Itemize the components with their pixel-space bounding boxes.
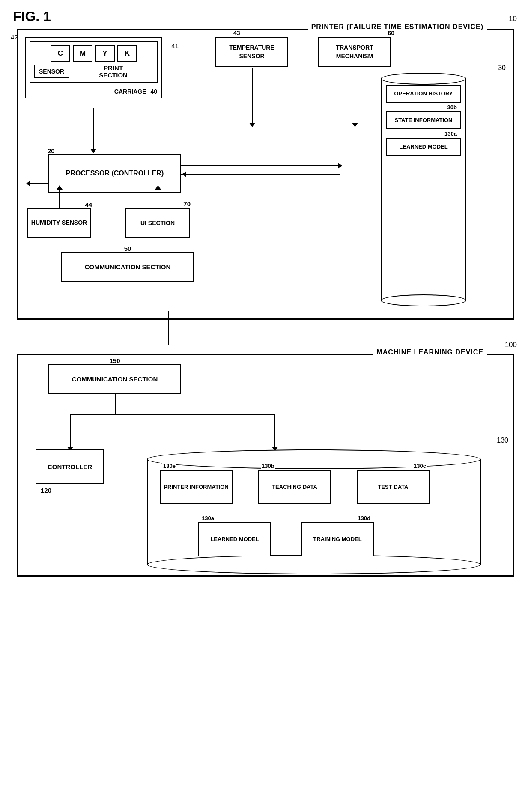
ml-comm-label: COMMUNICATION SECTION: [72, 375, 158, 384]
state-info-label: STATE INFORMATION: [394, 117, 452, 123]
c-cell: C: [51, 45, 70, 62]
training-model-box: 130d TRAINING MODEL: [301, 522, 374, 556]
arrow-comm-down: [128, 282, 128, 307]
print-section-label: PRINT SECTION: [73, 64, 154, 79]
test-data-box: 130c TEST DATA: [357, 470, 430, 504]
arrow-temp-down: [252, 68, 253, 124]
teaching-data-label: TEACHING DATA: [272, 483, 317, 491]
arrow-ui-up: [158, 188, 158, 208]
db-body: 30a OPERATION HISTORY 30b STATE INFORMAT…: [381, 79, 466, 301]
arrow-proc-humidity-head: [26, 181, 30, 187]
printer-info-label: PRINTER INFORMATION: [164, 483, 228, 491]
ref-120: 120: [41, 487, 51, 494]
controller-label: CONTROLLER: [48, 463, 92, 470]
ref-60: 60: [388, 29, 394, 38]
arrow-proc-db-2: [181, 174, 340, 175]
ref-41: 41: [171, 42, 179, 49]
printer-label: PRINTER (FAILURE TIME ESTIMATION DEVICE): [308, 23, 487, 31]
printer-section: PRINTER (FAILURE TIME ESTIMATION DEVICE)…: [17, 29, 514, 320]
ref-44: 44: [85, 200, 92, 209]
ref-43: 43: [233, 29, 240, 38]
sensor-box: SENSOR: [34, 65, 69, 78]
ui-box: 70 UI SECTION: [125, 208, 190, 238]
ml-label: MACHINE LEARNING DEVICE: [373, 348, 487, 356]
ref-130e: 130e: [162, 462, 176, 470]
op-history-label: OPERATION HISTORY: [394, 90, 453, 97]
learned-model2-box: 130a LEARNED MODEL: [198, 522, 271, 556]
humidity-label: HUMIDITY SENSOR: [31, 219, 87, 227]
ml-drum-bottom: [147, 555, 481, 574]
comm-label: COMMUNICATION SECTION: [85, 262, 171, 271]
cmyk-row: C M Y K: [34, 45, 154, 62]
carriage-outer: 42 41 C M Y K SENSOR PRINT SECT: [25, 37, 162, 98]
temp-sensor-label: TEMPERATURE SENSOR: [229, 44, 274, 59]
sensor-print-row: SENSOR PRINT SECTION: [34, 64, 154, 79]
arrow-hum-up: [59, 188, 60, 208]
arrow-hum-up-head: [57, 185, 63, 190]
arrow-proc-db-2-head: [182, 171, 186, 177]
ml-drum-top: [147, 449, 481, 469]
ref-130a-printer: 130a: [444, 130, 458, 138]
ref-20: 20: [48, 146, 55, 155]
humidity-box: 44 HUMIDITY SENSOR: [27, 208, 91, 238]
ref-70: 70: [183, 200, 191, 208]
line-ml-horizontal: [70, 414, 275, 415]
arrow-ui-comm: [158, 238, 158, 253]
k-cell: K: [117, 45, 137, 62]
line-between-sections: [168, 311, 169, 345]
learned-model-box: 130a LEARNED MODEL: [386, 138, 461, 156]
transport-box: 60 TRANSPORT MECHANISM: [318, 37, 391, 67]
arrow-carriage-proc-head: [90, 149, 96, 153]
arrow-proc-humidity: [29, 183, 49, 184]
ref-40: 40: [150, 88, 157, 95]
transport-label: TRANSPORT MECHANISM: [336, 44, 373, 59]
arrow-ui-up-head: [155, 185, 161, 190]
line-transport-db: [355, 81, 355, 167]
diagram-container: PRINTER (FAILURE TIME ESTIMATION DEVICE)…: [17, 29, 514, 577]
arrow-temp-down-head: [249, 123, 255, 127]
m-cell: M: [73, 45, 92, 62]
carriage-label-row: CARRIAGE 40: [26, 86, 161, 98]
arrow-proc-db-1-head: [338, 163, 342, 169]
op-history-box: 30a OPERATION HISTORY: [386, 85, 461, 103]
ref-130d: 130d: [357, 515, 371, 522]
carriage-label: CARRIAGE: [114, 88, 146, 95]
ref-30b: 30b: [447, 104, 458, 111]
fig-title: FIG. 1: [13, 9, 518, 24]
print-section-box: 41 C M Y K SENSOR PRINT SECTION: [30, 41, 158, 83]
processor-label: PROCESSOR (CONTROLLER): [66, 169, 164, 178]
ml-section: MACHINE LEARNING DEVICE 100 150 COMMUNIC…: [17, 354, 514, 577]
ml-drum-left-side: [147, 459, 148, 565]
arrow-carriage-proc: [93, 108, 94, 151]
ref-130b: 130b: [261, 462, 275, 470]
arrow-proc-db-1: [181, 165, 340, 166]
printer-ref: 10: [509, 15, 517, 23]
ui-label: UI SECTION: [140, 220, 175, 226]
learned-model2-label: LEARNED MODEL: [210, 535, 259, 543]
ml-ref: 100: [505, 341, 517, 349]
db-bottom-ellipse: [381, 294, 466, 306]
ml-comm-box: 150 COMMUNICATION SECTION: [48, 364, 181, 394]
test-data-label: TEST DATA: [378, 483, 408, 491]
ref-30: 30: [498, 64, 506, 72]
comm-box: 50 COMMUNICATION SECTION: [61, 252, 194, 282]
ref-130: 130: [497, 437, 508, 444]
temp-sensor-box: 43 TEMPERATURE SENSOR: [215, 37, 288, 67]
line-ml-comm-down: [115, 394, 116, 415]
line-to-controller: [70, 414, 71, 449]
ml-drum-right-side: [480, 459, 481, 565]
teaching-data-box: 130b TEACHING DATA: [258, 470, 331, 504]
ref-130c: 130c: [413, 462, 427, 470]
ref-150: 150: [109, 356, 120, 365]
db-top-ellipse: [381, 73, 466, 85]
y-cell: Y: [95, 45, 115, 62]
ref-50: 50: [124, 244, 131, 253]
state-info-box: 30b STATE INFORMATION: [386, 111, 461, 129]
ref-42: 42: [11, 33, 18, 41]
printer-info-box: 130e PRINTER INFORMATION: [160, 470, 233, 504]
page: FIG. 1 PRINTER (FAILURE TIME ESTIMATION …: [0, 0, 531, 812]
ref-130a-ml: 130a: [201, 515, 215, 522]
processor-box: 20 PROCESSOR (CONTROLLER): [48, 154, 181, 193]
training-model-label: TRAINING MODEL: [313, 535, 361, 543]
controller-box: 120 CONTROLLER: [36, 449, 104, 484]
